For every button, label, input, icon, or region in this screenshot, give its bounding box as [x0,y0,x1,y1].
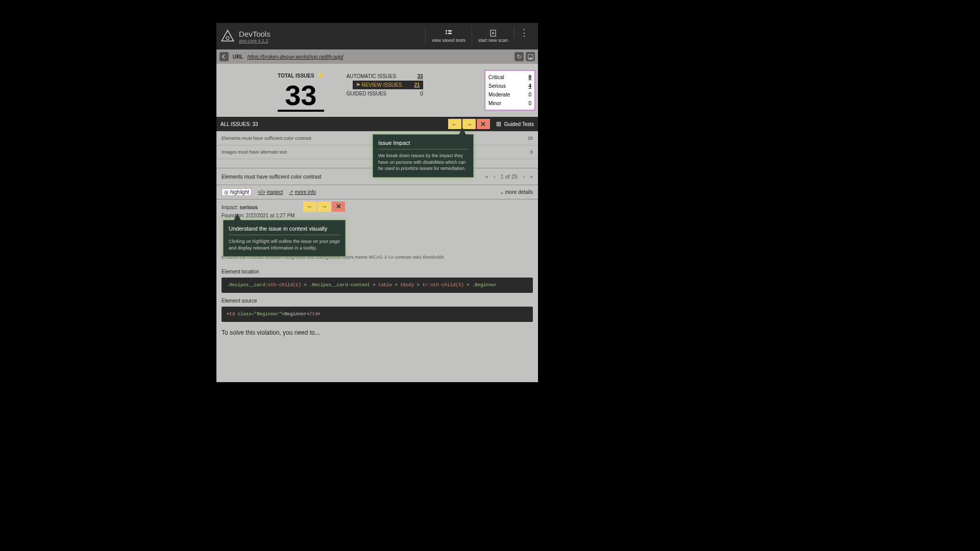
more-info-button[interactable]: ↗ more info [289,188,316,196]
element-location-code[interactable]: .Recipes__card:nth-child(1) > .Recipes__… [222,278,533,293]
svg-point-0 [226,37,229,40]
devtools-window: DevTools axe-core 4.1.2 view saved tests… [216,23,538,382]
element-location-label: Element location [216,264,538,278]
grid-icon: ⊞ [496,120,501,128]
target-icon: ◎ [224,189,229,195]
svg-rect-3 [446,33,447,34]
svg-rect-7 [529,58,532,59]
issues-bar: ALL ISSUES: 33 ← → ✕ ⊞ Guided Tests [216,117,538,131]
pager-last-icon[interactable]: » [530,173,533,180]
header-actions: view saved tests start new scan ⋮ [425,27,534,45]
automatic-issues-count[interactable]: 33 [418,73,423,79]
back-button[interactable] [219,52,229,61]
impact-value: serious [240,205,258,210]
external-link-icon: ↗ [289,189,293,195]
issue-breakdown-column: AUTOMATIC ISSUES 33 ⚑ REVIEW ISSUES 21 G… [347,72,423,112]
tour-close-button[interactable]: ✕ [477,119,490,129]
guided-tests-button[interactable]: ⊞ Guided Tests [496,120,534,128]
review-issues-count: 21 [414,82,420,88]
tour-close-button-2[interactable]: ✕ [332,202,345,212]
pager: « ‹ 1 of 25 › » [485,173,533,180]
severity-panel: Critical 8 Serious 4 Moderate 0 Minor 0 [484,70,535,111]
severity-row-critical[interactable]: Critical 8 [488,73,531,82]
found-date: 2/22/2021 at 1:27 PM [246,213,295,218]
tour-prev-button-2[interactable]: ← [303,202,316,212]
chevron-down-icon: ⌄ [500,189,504,195]
detail-title: Elements must have sufficient color cont… [222,174,321,180]
rerun-button[interactable]: ↻ [514,52,524,61]
total-issues-column: TOTAL ISSUES ⚡ 33 [278,72,324,112]
automatic-issues-label: AUTOMATIC ISSUES [347,73,396,79]
tooltip-title: Understand the issue in context visually [229,226,340,235]
svg-rect-1 [446,30,447,32]
element-source-code[interactable]: <td class="Beginner">Beginner</td> [222,307,533,322]
app-title: DevTools [239,30,271,38]
total-issues-count[interactable]: 33 [278,81,324,112]
add-document-icon [489,29,497,37]
start-new-scan-button[interactable]: start new scan [472,27,514,45]
all-issues-title: ALL ISSUES: 33 [220,121,258,127]
bolt-icon: ⚡ [316,72,324,79]
guided-issues-label: GUIDED ISSUES [347,91,386,96]
tooltip-issue-impact: Issue Impact We break down issues by the… [373,134,474,178]
code-icon: </> [258,189,265,195]
solve-heading: To solve this violation, you need to... [216,322,538,340]
kebab-menu-icon[interactable]: ⋮ [514,27,534,38]
review-issues-row[interactable]: ⚑ REVIEW ISSUES 21 [353,81,423,89]
severity-row-moderate[interactable]: Moderate 0 [488,90,531,99]
highlight-button[interactable]: ◎ highlight [222,188,252,196]
severity-row-minor[interactable]: Minor 0 [488,99,531,108]
element-source-label: Element source [216,293,538,307]
guided-issues-count: 0 [420,91,423,96]
url-link[interactable]: https://broken-deque-workshop.netlify.ap… [248,54,344,60]
total-issues-label: TOTAL ISSUES [278,73,314,79]
save-button[interactable] [526,52,535,61]
url-label: URL [233,54,243,60]
app-subtitle[interactable]: axe-core 4.1.2 [239,38,271,43]
list-icon [445,29,453,37]
tooltip-body: Clicking on highlight will outline the i… [229,238,340,251]
logo-area: DevTools axe-core 4.1.2 [220,29,425,43]
severity-row-serious[interactable]: Serious 4 [488,82,531,90]
inspect-button[interactable]: </> inspect [258,188,283,196]
tooltip-highlight: Understand the issue in context visually… [223,220,346,257]
pager-text: 1 of 25 [501,173,518,180]
svg-rect-2 [448,30,452,32]
more-details-toggle[interactable]: ⌄ more details [500,189,533,195]
pager-first-icon[interactable]: « [485,173,488,180]
pager-prev-icon[interactable]: ‹ [494,173,496,180]
svg-rect-4 [448,33,452,34]
summary-area: TOTAL ISSUES ⚡ 33 AUTOMATIC ISSUES 33 ⚑ … [216,64,538,117]
url-bar: URL https://broken-deque-workshop.netlif… [216,49,538,64]
action-bar: ◎ highlight </> inspect ↗ more info ⌄ mo… [216,185,538,199]
axe-logo-icon [220,29,235,43]
tooltip-title: Issue Impact [378,140,468,149]
pager-next-icon[interactable]: › [523,173,525,180]
app-header: DevTools axe-core 4.1.2 view saved tests… [216,23,538,49]
tooltip-body: We break down issues by the impact they … [378,153,468,172]
view-saved-tests-button[interactable]: view saved tests [425,27,472,45]
tour-next-button-2[interactable]: → [317,202,331,212]
